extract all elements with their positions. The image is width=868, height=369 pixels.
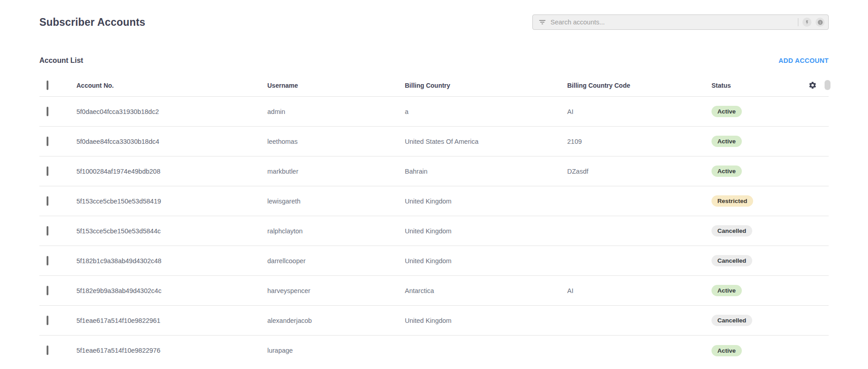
cell-billing-country: United Kingdom — [405, 317, 567, 324]
search-input[interactable] — [550, 19, 794, 26]
vertical-scrollbar-thumb[interactable] — [825, 80, 830, 90]
table-row: 5f182b1c9a38ab49d4302c48 darrellcooper U… — [39, 246, 829, 276]
header-username: Username — [267, 82, 405, 89]
account-list-header: Account List ADD ACCOUNT — [39, 56, 829, 65]
row-checkbox[interactable] — [47, 256, 48, 265]
cell-billing-country: a — [405, 108, 567, 115]
cell-username: leethomas — [267, 138, 405, 145]
cell-billing-country: United Kingdom — [405, 257, 567, 265]
table-row: 5f0daee84fcca33030b18dc4 leethomas Unite… — [39, 127, 829, 156]
table-row: 5f182e9b9a38ab49d4302c4c harveyspencer A… — [39, 276, 829, 306]
cell-username: lewisgareth — [267, 198, 405, 205]
cell-billing-country: Antarctica — [405, 287, 567, 294]
row-checkbox[interactable] — [47, 286, 48, 295]
status-badge: Cancelled — [711, 315, 752, 326]
section-title: Account List — [39, 57, 83, 65]
cell-billing-country-code: AI — [567, 287, 711, 294]
cell-username: darrellcooper — [267, 257, 405, 265]
cell-account-no: 5f182e9b9a38ab49d4302c4c — [76, 287, 267, 294]
select-all-checkbox[interactable] — [47, 80, 48, 90]
accounts-table: Account No. Username Billing Country Bil… — [39, 74, 829, 365]
add-account-button[interactable]: ADD ACCOUNT — [778, 57, 829, 64]
cell-username: lurapage — [267, 347, 405, 354]
cell-account-no: 5f1eae617a514f10e9822961 — [76, 317, 267, 324]
header-account-no: Account No. — [76, 82, 267, 89]
cell-billing-country: Bahrain — [405, 168, 567, 175]
gear-icon[interactable] — [808, 81, 817, 90]
cell-account-no: 5f182b1c9a38ab49d4302c48 — [76, 257, 267, 265]
cell-billing-country-code: 2109 — [567, 138, 711, 145]
search-divider — [798, 18, 798, 26]
row-checkbox[interactable] — [47, 226, 48, 236]
cell-account-no: 5f0daec04fcca31930b18dc2 — [76, 108, 267, 115]
cell-username: admin — [267, 108, 405, 115]
status-badge: Active — [711, 285, 742, 296]
status-badge: Active — [711, 106, 742, 117]
cell-billing-country: United States Of America — [405, 138, 567, 145]
page-header: Subscriber Accounts — [39, 14, 829, 31]
cell-account-no: 5f1000284af1974e49bdb208 — [76, 168, 267, 175]
cell-username: markbutler — [267, 168, 405, 175]
status-badge: Active — [711, 345, 742, 356]
cell-billing-country-code: AI — [567, 108, 711, 115]
table-header-row: Account No. Username Billing Country Bil… — [39, 74, 829, 97]
cell-account-no: 5f153cce5cbe150e53d5844c — [76, 227, 267, 235]
header-billing-country-code: Billing Country Code — [567, 82, 711, 89]
header-status: Status — [711, 82, 796, 89]
subscriber-accounts-page: Subscriber Accounts — [0, 14, 868, 369]
status-badge: Active — [711, 166, 742, 177]
table-body: 5f0daec04fcca31930b18dc2 admin a AI Acti… — [39, 97, 829, 365]
lightning-icon[interactable] — [802, 18, 811, 27]
page-title: Subscriber Accounts — [39, 16, 145, 28]
table-row: 5f153cce5cbe150e53d5844c ralphclayton Un… — [39, 216, 829, 246]
row-checkbox[interactable] — [47, 166, 48, 176]
cell-username: ralphclayton — [267, 227, 405, 235]
status-badge: Cancelled — [711, 255, 752, 266]
cell-billing-country-code: DZasdf — [567, 168, 711, 175]
table-row: 5f0daec04fcca31930b18dc2 admin a AI Acti… — [39, 97, 829, 127]
cell-username: harveyspencer — [267, 287, 405, 294]
table-row: 5f1eae617a514f10e9822961 alexanderjacob … — [39, 306, 829, 336]
cell-billing-country: United Kingdom — [405, 227, 567, 235]
row-checkbox[interactable] — [47, 196, 48, 206]
cell-account-no: 5f153cce5cbe150e53d58419 — [76, 198, 267, 205]
row-checkbox[interactable] — [47, 345, 48, 355]
cell-account-no: 5f1eae617a514f10e9822976 — [76, 347, 267, 354]
row-checkbox[interactable] — [47, 107, 48, 116]
row-checkbox[interactable] — [47, 316, 48, 325]
status-badge: Cancelled — [711, 225, 752, 237]
status-badge: Active — [711, 136, 742, 147]
table-row: 5f1eae617a514f10e9822976 lurapage Active — [39, 336, 829, 365]
cell-account-no: 5f0daee84fcca33030b18dc4 — [76, 138, 267, 145]
header-billing-country: Billing Country — [405, 82, 567, 89]
table-row: 5f1000284af1974e49bdb208 markbutler Bahr… — [39, 156, 829, 186]
row-checkbox[interactable] — [47, 137, 48, 146]
search-box[interactable] — [532, 14, 829, 30]
cell-billing-country: United Kingdom — [405, 198, 567, 205]
cell-username: alexanderjacob — [267, 317, 405, 324]
filter-list-icon — [538, 18, 546, 26]
table-row: 5f153cce5cbe150e53d58419 lewisgareth Uni… — [39, 186, 829, 216]
status-badge: Restricted — [711, 195, 753, 207]
info-icon[interactable] — [816, 18, 825, 27]
